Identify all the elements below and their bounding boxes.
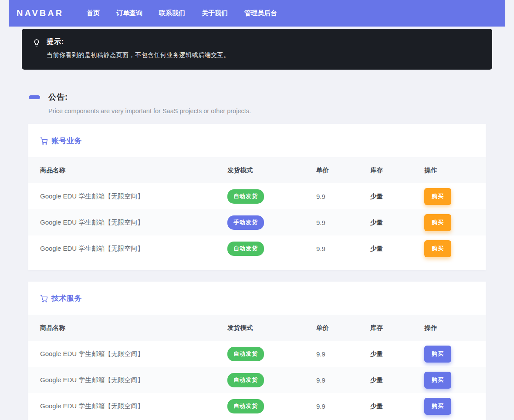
product-name: Google EDU 学生邮箱【无限空间】 xyxy=(40,350,227,358)
unit-price: 9.9 xyxy=(316,219,370,226)
page-container: 提示: 当前你看到的是初稿静态页面，不包含任何业务逻辑或后端交互。 公告: Pr… xyxy=(22,29,492,420)
table-row: Google EDU 学生邮箱【无限空间】 自动发货 9.9 少量 购买 xyxy=(28,235,486,262)
buy-button[interactable]: 购买 xyxy=(424,372,451,389)
table-row: Google EDU 学生邮箱【无限空间】 自动发货 9.9 少量 购买 xyxy=(28,393,486,419)
column-header-unit-price: 单价 xyxy=(316,166,370,175)
tip-body: 当前你看到的是初稿静态页面，不包含任何业务逻辑或后端交互。 xyxy=(47,51,230,59)
announcement-section: 公告: Price components are very important … xyxy=(22,92,492,114)
unit-price: 9.9 xyxy=(316,193,370,200)
stock-amount: 少量 xyxy=(370,350,424,358)
unit-price: 9.9 xyxy=(316,376,370,384)
table-row: Google EDU 学生邮箱【无限空间】 自动发货 9.9 少量 购买 xyxy=(28,183,486,209)
lightbulb-icon xyxy=(32,38,41,59)
unit-price: 9.9 xyxy=(316,245,370,252)
unit-price: 9.9 xyxy=(316,403,370,410)
buy-button[interactable]: 购买 xyxy=(424,240,451,257)
product-card-account-business: 账号业务 商品名称 发货模式 单价 库存 操作 Google EDU 学生邮箱【… xyxy=(28,124,486,270)
buy-button[interactable]: 购买 xyxy=(424,398,451,415)
shopping-cart-icon xyxy=(40,295,48,302)
product-name: Google EDU 学生邮箱【无限空间】 xyxy=(40,218,227,227)
stock-amount: 少量 xyxy=(370,376,424,384)
unit-price: 9.9 xyxy=(316,350,370,358)
table-header-row: 商品名称 发货模式 单价 库存 操作 xyxy=(28,315,486,341)
nav-item-about-us[interactable]: 关于我们 xyxy=(202,9,228,17)
delivery-mode-badge: 自动发货 xyxy=(227,242,264,256)
delivery-mode-badge: 自动发货 xyxy=(227,189,264,204)
card-title: 技术服务 xyxy=(51,293,82,303)
card-title-row: 技术服务 xyxy=(28,282,486,315)
brand-logo[interactable]: NAVBAR xyxy=(17,8,64,18)
stock-amount: 少量 xyxy=(370,402,424,410)
shopping-cart-icon xyxy=(40,137,48,145)
column-header-action: 操作 xyxy=(424,324,474,332)
column-header-product-name: 商品名称 xyxy=(40,166,227,175)
delivery-mode-badge: 自动发货 xyxy=(227,373,264,387)
table-row: Google EDU 学生邮箱【无限空间】 自动发货 9.9 少量 购买 xyxy=(28,367,486,393)
announcement-content: 公告: Price components are very important … xyxy=(48,92,251,114)
stock-amount: 少量 xyxy=(370,245,424,253)
announcement-dash-icon xyxy=(29,95,40,99)
nav-item-order-query[interactable]: 订单查询 xyxy=(116,9,142,17)
column-header-stock: 库存 xyxy=(370,324,424,332)
product-card-tech-service: 技术服务 商品名称 发货模式 单价 库存 操作 Google EDU 学生邮箱【… xyxy=(28,282,486,420)
column-header-unit-price: 单价 xyxy=(316,324,370,332)
column-header-stock: 库存 xyxy=(370,166,424,175)
column-header-action: 操作 xyxy=(424,166,474,175)
nav-item-contact-us[interactable]: 联系我们 xyxy=(159,9,185,17)
nav-item-home[interactable]: 首页 xyxy=(87,9,100,17)
column-header-product-name: 商品名称 xyxy=(40,324,227,332)
column-header-delivery-mode: 发货模式 xyxy=(227,324,316,332)
table-row: Google EDU 学生邮箱【无限空间】 自动发货 9.9 少量 购买 xyxy=(28,341,486,367)
tip-title: 提示: xyxy=(47,37,230,47)
delivery-mode-badge: 手动发货 xyxy=(227,215,264,230)
product-name: Google EDU 学生邮箱【无限空间】 xyxy=(40,245,227,253)
tip-content: 提示: 当前你看到的是初稿静态页面，不包含任何业务逻辑或后端交互。 xyxy=(47,37,230,59)
buy-button[interactable]: 购买 xyxy=(424,214,451,231)
delivery-mode-badge: 自动发货 xyxy=(227,347,264,361)
card-title-row: 账号业务 xyxy=(28,124,486,157)
table-row: Google EDU 学生邮箱【无限空间】 手动发货 9.9 少量 购买 xyxy=(28,209,486,235)
column-header-delivery-mode: 发货模式 xyxy=(227,166,316,175)
delivery-mode-badge: 自动发货 xyxy=(227,399,264,413)
navbar: NAVBAR 首页 订单查询 联系我们 关于我们 管理员后台 xyxy=(9,0,505,27)
table-header-row: 商品名称 发货模式 单价 库存 操作 xyxy=(28,157,486,183)
stock-amount: 少量 xyxy=(370,192,424,201)
card-title: 账号业务 xyxy=(51,136,82,146)
product-name: Google EDU 学生邮箱【无限空间】 xyxy=(40,402,227,410)
nav-item-admin-backend[interactable]: 管理员后台 xyxy=(244,9,277,17)
buy-button[interactable]: 购买 xyxy=(424,346,451,363)
buy-button[interactable]: 购买 xyxy=(424,188,451,205)
nav-links: 首页 订单查询 联系我们 关于我们 管理员后台 xyxy=(78,9,285,17)
announcement-body: Price components are very important for … xyxy=(48,108,251,114)
announcement-title: 公告: xyxy=(48,92,251,102)
product-name: Google EDU 学生邮箱【无限空间】 xyxy=(40,376,227,384)
product-name: Google EDU 学生邮箱【无限空间】 xyxy=(40,192,227,201)
tip-banner: 提示: 当前你看到的是初稿静态页面，不包含任何业务逻辑或后端交互。 xyxy=(22,29,492,70)
stock-amount: 少量 xyxy=(370,218,424,227)
